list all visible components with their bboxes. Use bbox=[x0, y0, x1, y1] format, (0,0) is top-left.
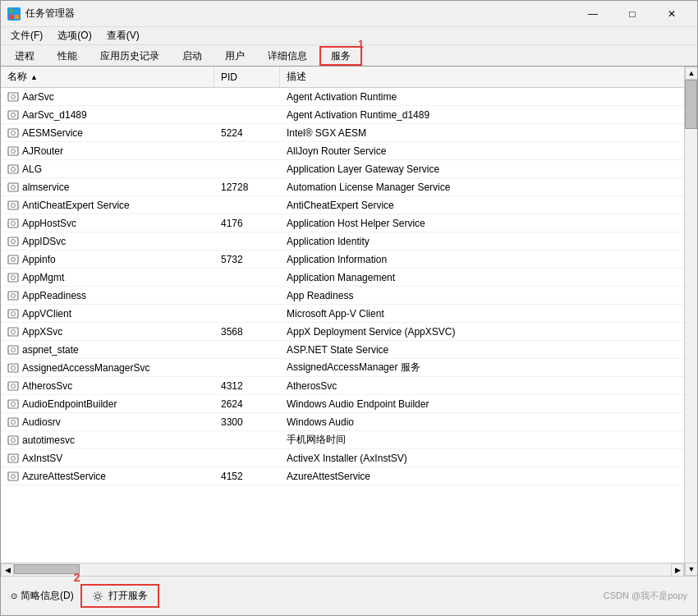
vertical-scrollbar[interactable]: ▲ ▼ bbox=[684, 67, 697, 576]
svg-rect-34 bbox=[8, 364, 18, 372]
scroll-up-arrow[interactable]: ▲ bbox=[685, 67, 697, 80]
service-icon bbox=[7, 344, 19, 356]
table-row[interactable]: AppXSvc3568AppX Deployment Service (AppX… bbox=[1, 323, 684, 341]
tab-启动[interactable]: 启动 bbox=[172, 46, 213, 66]
menu-item-文件(F)[interactable]: 文件(F) bbox=[4, 27, 49, 44]
service-pid-cell: 4312 bbox=[214, 380, 280, 392]
scroll-left-arrow[interactable]: ◀ bbox=[1, 563, 14, 577]
service-name: AssignedAccessManagerSvc bbox=[22, 362, 149, 374]
tab-性能[interactable]: 性能 bbox=[47, 46, 88, 66]
table-row[interactable]: aspnet_stateASP.NET State Service bbox=[1, 341, 684, 359]
service-name: AtherosSvc bbox=[22, 380, 72, 392]
service-name: AppMgmt bbox=[22, 272, 64, 283]
table-row[interactable]: AESMService5224Intel® SGX AESM bbox=[1, 124, 684, 142]
service-desc-cell: AssignedAccessManager 服务 bbox=[280, 361, 684, 375]
service-desc-cell: Application Information bbox=[280, 254, 684, 265]
service-name-cell: AppIDSvc bbox=[1, 236, 214, 247]
title-bar: 任务管理器 — □ ✕ bbox=[1, 1, 697, 27]
service-pid-cell: 2624 bbox=[214, 398, 280, 410]
service-name: AarSvc bbox=[22, 91, 54, 103]
menu-item-选项(O)[interactable]: 选项(O) bbox=[51, 27, 98, 44]
column-name[interactable]: 名称 ▲ bbox=[1, 67, 214, 87]
service-pid-cell: 4176 bbox=[214, 218, 280, 229]
task-manager-window: 任务管理器 — □ ✕ 文件(F)选项(O)查看(V) 进程性能应用历史记录启动… bbox=[0, 0, 698, 616]
svg-rect-36 bbox=[8, 382, 18, 390]
maximize-button[interactable]: □ bbox=[613, 2, 651, 25]
open-services-button[interactable]: 打开服务 bbox=[80, 584, 159, 608]
column-pid[interactable]: PID bbox=[214, 67, 280, 87]
svg-rect-38 bbox=[8, 400, 18, 408]
scroll-track[interactable] bbox=[14, 563, 671, 576]
table-row[interactable]: Audiosrv3300Windows Audio bbox=[1, 413, 684, 431]
table-row[interactable]: AppReadinessApp Readiness bbox=[1, 287, 684, 305]
table-row[interactable]: ALGApplication Layer Gateway Service bbox=[1, 160, 684, 178]
svg-rect-40 bbox=[8, 418, 18, 426]
service-desc-cell: Agent Activation Runtime_d1489 bbox=[280, 109, 684, 121]
table-row[interactable]: AarSvc_d1489Agent Activation Runtime_d14… bbox=[1, 106, 684, 124]
service-desc-cell: AzureAttestService bbox=[280, 471, 684, 482]
scroll-right-arrow[interactable]: ▶ bbox=[671, 563, 684, 577]
table-row[interactable]: AarSvcAgent Activation Runtime bbox=[1, 88, 684, 106]
service-name-cell: AESMService bbox=[1, 127, 214, 139]
tab-应用历史记录[interactable]: 应用历史记录 bbox=[90, 46, 170, 66]
summary-button[interactable]: ⊙ 简略信息(D) bbox=[11, 589, 74, 603]
svg-rect-1 bbox=[15, 9, 19, 13]
table-row[interactable]: almservice12728Automation License Manage… bbox=[1, 178, 684, 196]
table-row[interactable]: AntiCheatExpert ServiceAntiCheatExpert S… bbox=[1, 196, 684, 214]
table-row[interactable]: AppVClientMicrosoft App-V Client bbox=[1, 305, 684, 323]
svg-rect-44 bbox=[8, 454, 18, 462]
menu-bar: 文件(F)选项(O)查看(V) bbox=[1, 27, 697, 45]
table-row[interactable]: AppMgmtApplication Management bbox=[1, 269, 684, 287]
svg-rect-4 bbox=[8, 93, 18, 101]
scroll-track[interactable] bbox=[685, 80, 697, 563]
scroll-thumb[interactable] bbox=[685, 80, 697, 129]
table-row[interactable]: AssignedAccessManagerSvcAssignedAccessMa… bbox=[1, 359, 684, 377]
service-icon bbox=[7, 163, 19, 175]
service-name-cell: Audiosrv bbox=[1, 416, 214, 428]
scroll-thumb[interactable] bbox=[14, 564, 80, 574]
horizontal-scrollbar[interactable]: ◀ ▶ bbox=[1, 563, 684, 576]
table-row[interactable]: AppIDSvcApplication Identity bbox=[1, 232, 684, 251]
table-row[interactable]: AppHostSvc4176Application Host Helper Se… bbox=[1, 214, 684, 232]
service-icon bbox=[7, 218, 19, 229]
svg-rect-0 bbox=[9, 9, 13, 13]
table-header: 名称 ▲ PID 描述 bbox=[1, 67, 684, 88]
service-name: autotimesvc bbox=[22, 434, 75, 446]
service-icon bbox=[7, 434, 19, 446]
table-row[interactable]: AJRouterAllJoyn Router Service bbox=[1, 142, 684, 160]
bottom-bar: ⊙ 简略信息(D) 打开服务 2 CSDN @我不是popy bbox=[1, 576, 697, 615]
table-row[interactable]: Appinfo5732Application Information bbox=[1, 251, 684, 269]
window-title: 任务管理器 bbox=[25, 7, 75, 21]
service-desc-cell: App Readiness bbox=[280, 290, 684, 301]
service-name-cell: AxInstSV bbox=[1, 453, 214, 464]
column-desc[interactable]: 描述 bbox=[280, 67, 684, 87]
service-icon bbox=[7, 471, 19, 482]
table-row[interactable]: autotimesvc手机网络时间 bbox=[1, 431, 684, 449]
svg-rect-42 bbox=[8, 436, 18, 444]
close-button[interactable]: ✕ bbox=[653, 2, 691, 25]
tab-服务[interactable]: 服务1 bbox=[319, 46, 362, 66]
menu-item-查看(V)[interactable]: 查看(V) bbox=[100, 27, 146, 44]
service-desc-cell: AntiCheatExpert Service bbox=[280, 200, 684, 211]
table-row[interactable]: AzureAttestService4152AzureAttestService bbox=[1, 467, 684, 485]
service-desc-cell: Application Host Helper Service bbox=[280, 218, 684, 229]
service-desc-cell: Microsoft App-V Client bbox=[280, 308, 684, 319]
service-icon bbox=[7, 326, 19, 338]
scroll-down-arrow[interactable]: ▼ bbox=[685, 563, 697, 576]
tab-用户[interactable]: 用户 bbox=[214, 46, 255, 66]
watermark: CSDN @我不是popy bbox=[604, 590, 687, 602]
tab-详细信息[interactable]: 详细信息 bbox=[257, 46, 318, 66]
service-icon bbox=[7, 254, 19, 265]
svg-rect-30 bbox=[8, 328, 18, 336]
table-row[interactable]: AxInstSVActiveX Installer (AxInstSV) bbox=[1, 449, 684, 467]
service-name-cell: AarSvc_d1489 bbox=[1, 109, 214, 121]
service-desc-cell: Application Identity bbox=[280, 236, 684, 247]
service-icon bbox=[7, 380, 19, 392]
svg-rect-6 bbox=[8, 111, 18, 119]
tab-进程[interactable]: 进程 bbox=[4, 46, 45, 66]
table-body[interactable]: AarSvcAgent Activation RuntimeAarSvc_d14… bbox=[1, 88, 684, 563]
open-services-label: 打开服务 bbox=[108, 589, 148, 603]
minimize-button[interactable]: — bbox=[574, 2, 612, 25]
table-row[interactable]: AtherosSvc4312AtherosSvc bbox=[1, 377, 684, 395]
table-row[interactable]: AudioEndpointBuilder2624Windows Audio En… bbox=[1, 395, 684, 413]
